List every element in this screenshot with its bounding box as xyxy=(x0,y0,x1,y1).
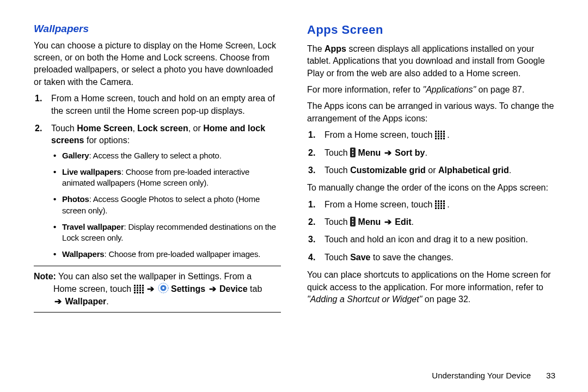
arrow-icon: ➔ xyxy=(53,296,63,308)
menu-dots-icon xyxy=(350,217,356,226)
re-step-2: Touch Menu ➔ Edit. xyxy=(321,216,554,228)
opt-gallery-t: : Access the Gallery to select a photo. xyxy=(89,151,221,160)
arr-step-3-mid: or xyxy=(426,166,438,175)
re-step-4-b: Save xyxy=(350,253,370,262)
arr-step-3-b2: Alphabetical grid xyxy=(438,166,509,175)
note-line1: Note: You can also set the wallpaper in … xyxy=(34,271,281,283)
arr-step-2: Touch Menu ➔ Sort by. xyxy=(321,147,554,159)
re-step-1-pre: From a Home screen, touch xyxy=(324,200,435,209)
re-step-4-post: to save the changes. xyxy=(371,253,454,262)
re-step-2-b1: Menu xyxy=(358,217,383,226)
step-1: From a Home screen, touch and hold on an… xyxy=(48,93,281,117)
apps-p2: For more information, refer to "Applicat… xyxy=(307,84,554,96)
opt-live: Live wallpapers: Choose from pre-loaded … xyxy=(60,167,281,189)
arr-step-1-pre: From a Home screen, touch xyxy=(324,130,435,139)
re-step-4-pre: Touch xyxy=(324,253,350,262)
re-step-2-post: . xyxy=(411,217,413,226)
apps-p5: You can place shortcuts to applications … xyxy=(307,269,554,305)
step-2: Touch Home Screen, Lock screen, or Home … xyxy=(48,122,281,260)
arr-step-3-pre: Touch xyxy=(324,166,350,175)
step-1-text: From a Home screen, touch and hold on an… xyxy=(51,94,275,115)
opt-travel-b: Travel wallpaper xyxy=(62,222,124,231)
manual-page: Wallpapers You can choose a picture to d… xyxy=(0,0,588,392)
opt-wall-b: Wallpapers xyxy=(62,249,104,259)
apps-p1-pre: The xyxy=(307,44,324,53)
wallpapers-steps: From a Home screen, touch and hold on an… xyxy=(34,93,281,260)
apps-p2-i: "Applications" xyxy=(423,85,476,94)
page-footer: Understanding Your Device 33 xyxy=(432,371,555,380)
note-line2: Home screen, touch ➔ Settings ➔ Device t… xyxy=(34,283,281,295)
arr-step-1-post: . xyxy=(447,130,449,139)
arrow-icon: ➔ xyxy=(146,283,155,295)
opt-wall-t: : Choose from pre-loaded wallpaper image… xyxy=(104,249,260,259)
arr-step-2-post: . xyxy=(425,148,427,157)
note-period: . xyxy=(106,297,108,306)
note-rule-top xyxy=(34,266,281,266)
arrange-steps: From a Home screen, touch . Touch Menu ➔… xyxy=(307,129,554,176)
apps-p5-post: on page 32. xyxy=(422,295,470,304)
apps-p5-pre: You can place shortcuts to applications … xyxy=(307,270,551,291)
apps-p4: To manually change the order of the icon… xyxy=(307,182,554,194)
apps-heading: Apps Screen xyxy=(307,22,554,39)
step-2-pre: Touch xyxy=(51,124,77,133)
arr-step-3: Touch Customizable grid or Alphabetical … xyxy=(321,164,554,176)
apps-p3: The Apps icons can be arranged in variou… xyxy=(307,100,554,125)
apps-grid-icon xyxy=(435,200,445,209)
apps-grid-icon xyxy=(435,131,445,139)
arr-step-2-pre: Touch xyxy=(324,148,350,157)
apps-p1: The Apps screen displays all application… xyxy=(307,43,554,79)
opt-travel: Travel wallpaper: Display recommended de… xyxy=(60,222,281,244)
page-number: 33 xyxy=(546,371,555,380)
opt-photos-t: : Access Google Photos to select a photo… xyxy=(62,194,260,215)
opt-gallery: Gallery: Access the Gallery to select a … xyxy=(60,150,281,161)
step-2-sep1: , xyxy=(132,124,137,133)
arrow-icon: ➔ xyxy=(383,147,393,159)
wallpaper-options: Gallery: Access the Gallery to select a … xyxy=(51,150,281,260)
settings-gear-icon xyxy=(158,283,169,293)
note-line1-text: You can also set the wallpaper in Settin… xyxy=(56,272,252,281)
footer-text: Understanding Your Device xyxy=(432,371,531,380)
arr-step-1: From a Home screen, touch . xyxy=(321,129,554,141)
note-label: Note: xyxy=(34,272,56,281)
reorder-steps: From a Home screen, touch . Touch Menu ➔… xyxy=(307,199,554,264)
apps-p2-post: on page 87. xyxy=(476,85,524,94)
right-column: Apps Screen The Apps screen displays all… xyxy=(294,22,561,376)
note-rule-bottom xyxy=(34,312,281,313)
wallpapers-intro: You can choose a picture to display on t… xyxy=(34,40,281,89)
step-2-sep2: , or xyxy=(188,124,204,133)
note-settings: Settings xyxy=(171,284,208,293)
step-2-post: for options: xyxy=(84,136,130,145)
apps-p5-i: "Adding a Shortcut or Widget" xyxy=(307,295,422,304)
step-2-b1: Home Screen xyxy=(77,124,132,133)
re-step-1-post: . xyxy=(447,200,449,209)
apps-p1-b: Apps xyxy=(324,44,346,53)
opt-wall: Wallpapers: Choose from pre-loaded wallp… xyxy=(60,249,281,260)
note-wallpaper: Wallpaper xyxy=(63,297,106,306)
opt-gallery-b: Gallery xyxy=(62,151,89,160)
wallpapers-heading: Wallpapers xyxy=(34,22,281,36)
arr-step-2-b2: Sort by xyxy=(393,148,425,157)
arr-step-2-b1: Menu xyxy=(358,148,383,157)
re-step-3: Touch and hold an icon and drag it to a … xyxy=(321,234,554,246)
left-column: Wallpapers You can choose a picture to d… xyxy=(27,22,294,376)
apps-p2-pre: For more information, refer to xyxy=(307,85,423,94)
arr-step-3-b1: Customizable grid xyxy=(350,166,426,175)
note-line2-pre: Home screen, touch xyxy=(53,284,134,293)
step-2-b2: Lock screen xyxy=(137,124,188,133)
note-tab: tab xyxy=(250,284,262,293)
arrow-icon: ➔ xyxy=(383,216,393,228)
menu-dots-icon xyxy=(350,148,356,157)
re-step-3-text: Touch and hold an icon and drag it to a … xyxy=(324,235,528,244)
arrow-icon: ➔ xyxy=(208,283,217,295)
note-device: Device xyxy=(217,284,250,293)
re-step-2-b2: Edit xyxy=(393,217,412,226)
note-line3: ➔ Wallpaper. xyxy=(34,296,281,308)
re-step-2-pre: Touch xyxy=(324,217,350,226)
note-block: Note: You can also set the wallpaper in … xyxy=(34,271,281,308)
opt-live-b: Live wallpapers xyxy=(62,167,121,176)
arr-step-3-post: . xyxy=(509,166,511,175)
apps-grid-icon xyxy=(134,285,144,293)
re-step-4: Touch Save to save the changes. xyxy=(321,252,554,264)
opt-photos: Photos: Access Google Photos to select a… xyxy=(60,194,281,216)
opt-photos-b: Photos xyxy=(62,194,89,204)
